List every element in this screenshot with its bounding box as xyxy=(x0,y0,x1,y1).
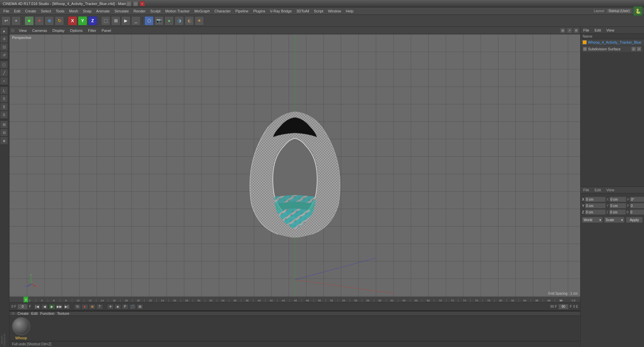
render-to-po-button[interactable]: ⎯ xyxy=(131,16,141,26)
sidebar-snap1-btn[interactable]: ⊞ xyxy=(0,120,8,129)
y-axis-button[interactable]: Y xyxy=(78,16,87,26)
prev-frame-button[interactable]: ◀ xyxy=(41,304,48,309)
menu-3dtoall[interactable]: 3DToAll xyxy=(294,8,311,14)
select-tool-button[interactable]: ■ xyxy=(24,16,34,26)
timeline-button[interactable]: 🎵 xyxy=(129,304,136,309)
p-input[interactable] xyxy=(630,203,644,208)
material-menu-edit[interactable]: Edit xyxy=(31,311,38,315)
viewport-icon-settings[interactable]: ⚙ xyxy=(574,28,579,33)
z-axis-button[interactable]: Z xyxy=(88,16,97,26)
sidebar-rotate-btn[interactable]: ↺ xyxy=(0,51,8,59)
subdiv-toggle2[interactable]: ✓ xyxy=(637,47,641,51)
menu-select[interactable]: Select xyxy=(39,8,53,14)
move-tool-button[interactable]: ✛ xyxy=(35,16,44,26)
z-rot-input[interactable] xyxy=(609,209,626,215)
x-rot-input[interactable] xyxy=(609,197,626,202)
attr-menu-file[interactable]: File xyxy=(582,188,591,192)
menu-motion-tracker[interactable]: Motion Tracker xyxy=(163,8,192,14)
end-frame-input[interactable] xyxy=(558,304,568,309)
z-pos-input[interactable] xyxy=(585,209,606,215)
menu-pipeline[interactable]: Pipeline xyxy=(233,8,250,14)
menu-mesh[interactable]: Mesh xyxy=(67,8,80,14)
render-region-button[interactable]: ⊞ xyxy=(111,16,120,26)
python-console-button[interactable]: 🐍 xyxy=(633,6,643,16)
sidebar-select-btn[interactable]: ▲ xyxy=(0,27,8,35)
menu-animate[interactable]: Animate xyxy=(94,8,112,14)
menu-file[interactable]: File xyxy=(1,8,11,14)
obj-menu-edit[interactable]: Edit xyxy=(593,28,602,33)
menu-snap[interactable]: Snap xyxy=(81,8,94,14)
sidebar-point-btn[interactable]: • xyxy=(0,77,8,85)
material-menu-texture[interactable]: Texture xyxy=(57,311,69,315)
viewport-menu-view[interactable]: View xyxy=(17,28,28,33)
minimize-button[interactable]: − xyxy=(126,1,132,6)
world-dropdown[interactable]: World ▾ xyxy=(582,217,603,223)
menu-render[interactable]: Render xyxy=(132,8,148,14)
menu-window[interactable]: Window xyxy=(326,8,343,14)
loop-button[interactable]: ↻ xyxy=(74,304,81,309)
menu-sculpt[interactable]: Sculpt xyxy=(148,8,163,14)
sidebar-snap2-btn[interactable]: ⊟ xyxy=(0,129,8,137)
material-item[interactable]: Whoop xyxy=(12,317,30,340)
attr-menu-edit[interactable]: Edit xyxy=(593,188,602,192)
close-button[interactable]: × xyxy=(140,1,145,6)
material-menu-create[interactable]: Create xyxy=(17,311,29,315)
camera-button[interactable]: 📷 xyxy=(154,16,164,26)
sidebar-tool1-btn[interactable]: L xyxy=(0,87,8,95)
viewport-menu-cameras[interactable]: Cameras xyxy=(31,28,49,33)
light-button[interactable]: ● xyxy=(164,16,174,26)
sidebar-tool4-btn[interactable]: S xyxy=(0,111,8,119)
scale-dropdown[interactable]: Scale ▾ xyxy=(604,217,625,223)
record-button[interactable]: ● xyxy=(82,304,88,309)
scale-tool-button[interactable]: ⊕ xyxy=(45,16,54,26)
menu-vray-bridge[interactable]: V-Ray Bridge xyxy=(268,8,294,14)
keyframe-button[interactable]: ? xyxy=(96,304,103,309)
undo-button[interactable]: ↩ xyxy=(1,16,11,26)
menu-create[interactable]: Create xyxy=(23,8,38,14)
obj-menu-view[interactable]: View xyxy=(605,28,616,33)
x-axis-button[interactable]: X xyxy=(68,16,77,26)
render-view-button[interactable]: ⬚ xyxy=(101,16,110,26)
viewport[interactable]: Perspective Grid Spacing : 1 cm xyxy=(9,34,580,297)
menu-plugins[interactable]: Plugins xyxy=(251,8,267,14)
apply-button[interactable]: Apply xyxy=(626,217,643,223)
deformer-button[interactable]: ◐ xyxy=(185,16,194,26)
viewport-menu-panel[interactable]: Panel xyxy=(100,28,112,33)
timeline-ruler[interactable]: 0 2 4 6 8 10 12 14 16 18 20 22 24 26 xyxy=(9,297,580,303)
motion-button[interactable]: ◈ xyxy=(114,304,121,309)
sidebar-polygon-btn[interactable]: ⬡ xyxy=(0,61,8,69)
viewport-icon-expand[interactable]: ↗ xyxy=(567,28,572,33)
layout-selector[interactable]: Startup (User) xyxy=(606,8,632,13)
sidebar-tool3-btn[interactable]: $ xyxy=(0,103,8,111)
record-auto-button[interactable]: ⊕ xyxy=(89,304,96,309)
menu-edit[interactable]: Edit xyxy=(12,8,22,14)
sidebar-scale-btn[interactable]: ⊡ xyxy=(0,43,8,51)
viewport-toggle[interactable] xyxy=(11,29,15,33)
sidebar-tool2-btn[interactable]: S xyxy=(0,95,8,103)
maximize-button[interactable]: □ xyxy=(133,1,138,6)
subdiv-toggle1[interactable]: ✓ xyxy=(631,47,636,51)
cube-button[interactable]: ⬡ xyxy=(144,16,154,26)
viewport-icon-layout[interactable]: ⊞ xyxy=(560,28,565,33)
sidebar-move-btn[interactable]: ✛ xyxy=(0,35,8,43)
go-end-button[interactable]: ▶| xyxy=(63,304,70,309)
object-list-item[interactable]: Whoop_4_Activity_Tracker_Blue xyxy=(581,39,644,45)
x-pos-input[interactable] xyxy=(585,197,606,202)
y-rot-input[interactable] xyxy=(609,203,626,208)
material-toggle[interactable] xyxy=(11,312,15,315)
spline-button[interactable]: ◑ xyxy=(175,16,184,26)
menu-tools[interactable]: Tools xyxy=(54,8,66,14)
grid-button[interactable]: ⊞ xyxy=(137,304,143,309)
render-button[interactable]: ▶ xyxy=(121,16,131,26)
next-frame-button[interactable]: ▶▶ xyxy=(56,304,63,309)
obj-menu-file[interactable]: File xyxy=(582,28,591,33)
sidebar-snap3-btn[interactable]: ◈ xyxy=(0,137,8,145)
b-input[interactable] xyxy=(630,209,644,215)
menu-mograph[interactable]: MoGraph xyxy=(192,8,212,14)
rotate-tool-button[interactable]: ↻ xyxy=(55,16,64,26)
menu-help[interactable]: Help xyxy=(344,8,356,14)
material-menu-function[interactable]: Function xyxy=(40,311,54,315)
start-frame-input[interactable] xyxy=(17,304,28,309)
viewport-menu-display[interactable]: Display xyxy=(51,28,66,33)
crosshair-button[interactable]: ✛ xyxy=(107,304,114,309)
